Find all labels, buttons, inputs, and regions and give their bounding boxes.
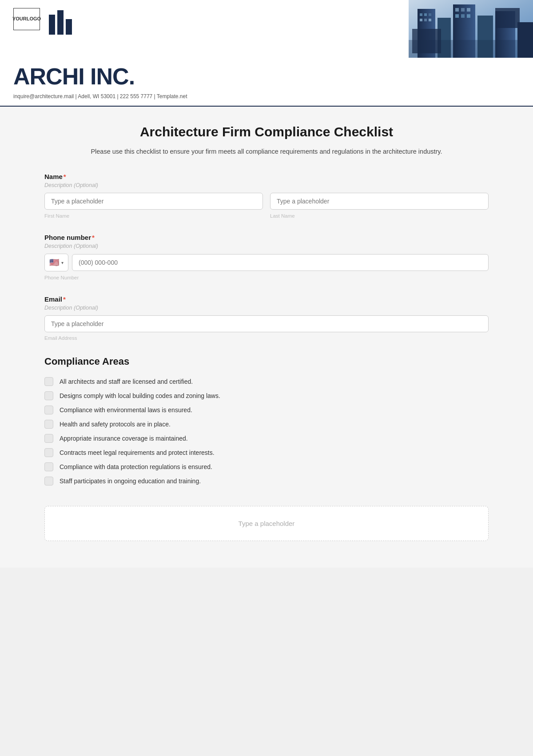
svg-rect-8	[424, 13, 427, 16]
compliance-title: Compliance Areas	[44, 356, 489, 367]
checkbox-6[interactable]	[44, 462, 53, 471]
checklist-item[interactable]: Contracts meet legal requirements and pr…	[44, 446, 489, 460]
checklist-item[interactable]: Appropriate insurance coverage is mainta…	[44, 431, 489, 446]
form-subtitle: Please use this checklist to ensure your…	[44, 147, 489, 157]
checklist-label-6: Compliance with data protection regulati…	[60, 463, 212, 470]
contact-info: inquire@architecture.mail | Adell, WI 53…	[0, 92, 533, 107]
email-sublabel: Email Address	[44, 335, 77, 341]
phone-section: Phone number* Description (Optional) 🇺🇸 …	[44, 234, 489, 281]
form-title: Architecture Firm Compliance Checklist	[44, 124, 489, 139]
last-name-sublabel: Last Name	[270, 213, 295, 219]
phone-description: Description (Optional)	[44, 243, 489, 249]
name-sublabels: First Name Last Name	[44, 211, 489, 219]
checklist-item[interactable]: Compliance with environmental laws is en…	[44, 403, 489, 417]
name-label: Name*	[44, 173, 489, 180]
main-content: Architecture Firm Compliance Checklist P…	[0, 107, 533, 568]
email-required-star: *	[63, 295, 66, 303]
phone-sublabel: Phone Number	[44, 275, 79, 280]
checklist-label-5: Contracts meet legal requirements and pr…	[60, 449, 215, 456]
chevron-down-icon: ▾	[61, 260, 64, 265]
svg-rect-11	[424, 19, 427, 21]
email-input[interactable]	[44, 315, 489, 332]
first-name-sublabel: First Name	[44, 213, 69, 219]
name-input-row	[44, 193, 489, 210]
logo-box: YOUR LOGO	[13, 8, 40, 30]
placeholder-area[interactable]: Type a placeholder	[44, 506, 489, 541]
checklist-label-2: Compliance with environmental laws is en…	[60, 406, 192, 414]
svg-rect-13	[455, 8, 459, 12]
checkbox-4[interactable]	[44, 434, 53, 443]
company-name-area: ARCHI INC.	[0, 58, 533, 92]
svg-rect-18	[467, 14, 470, 18]
svg-rect-20	[412, 29, 441, 53]
email-section: Email* Description (Optional) Email Addr…	[44, 295, 489, 342]
name-required-star: *	[64, 173, 66, 180]
svg-rect-7	[420, 13, 422, 16]
checklist-label-3: Health and safety protocols are in place…	[60, 421, 171, 428]
header-building-image	[409, 0, 533, 58]
svg-rect-21	[495, 8, 520, 28]
compliance-section: Compliance Areas All architects and staf…	[44, 356, 489, 488]
checklist-label-1: Designs comply with local building codes…	[60, 392, 220, 399]
last-name-input[interactable]	[270, 193, 489, 210]
checklist-item[interactable]: Staff participates in ongoing education …	[44, 474, 489, 488]
checklist-item[interactable]: Compliance with data protection regulati…	[44, 460, 489, 474]
phone-label: Phone number*	[44, 234, 489, 241]
checklist-item[interactable]: All architects and staff are licensed an…	[44, 374, 489, 389]
checklist-label-0: All architects and staff are licensed an…	[60, 378, 193, 385]
svg-rect-17	[461, 14, 465, 18]
phone-required-star: *	[92, 234, 95, 241]
checklist-label-4: Appropriate insurance coverage is mainta…	[60, 435, 188, 442]
page-header: YOUR LOGO	[0, 0, 533, 107]
checkbox-1[interactable]	[44, 391, 53, 400]
email-label: Email*	[44, 295, 489, 303]
decorative-bars	[49, 8, 72, 35]
checklist-label-7: Staff participates in ongoing education …	[60, 477, 201, 485]
checklist-container: All architects and staff are licensed an…	[44, 374, 489, 488]
checkbox-3[interactable]	[44, 420, 53, 429]
phone-input-row: 🇺🇸 ▾	[44, 254, 489, 271]
name-section: Name* Description (Optional) First Name …	[44, 173, 489, 219]
svg-rect-9	[429, 13, 431, 16]
name-description: Description (Optional)	[44, 182, 489, 188]
checklist-item[interactable]: Designs comply with local building codes…	[44, 389, 489, 403]
checkbox-2[interactable]	[44, 406, 53, 414]
checkbox-7[interactable]	[44, 477, 53, 485]
checkbox-5[interactable]	[44, 448, 53, 457]
svg-rect-10	[420, 19, 422, 21]
checkbox-0[interactable]	[44, 377, 53, 386]
email-description: Description (Optional)	[44, 305, 489, 311]
svg-rect-14	[461, 8, 465, 12]
flag-icon: 🇺🇸	[49, 258, 59, 267]
checklist-item[interactable]: Health and safety protocols are in place…	[44, 417, 489, 431]
company-name: ARCHI INC.	[13, 63, 520, 90]
first-name-input[interactable]	[44, 193, 263, 210]
svg-rect-12	[429, 19, 431, 21]
svg-rect-15	[467, 8, 470, 12]
country-code-select[interactable]: 🇺🇸 ▾	[44, 254, 68, 271]
svg-rect-16	[455, 14, 459, 18]
phone-input[interactable]	[72, 254, 489, 271]
